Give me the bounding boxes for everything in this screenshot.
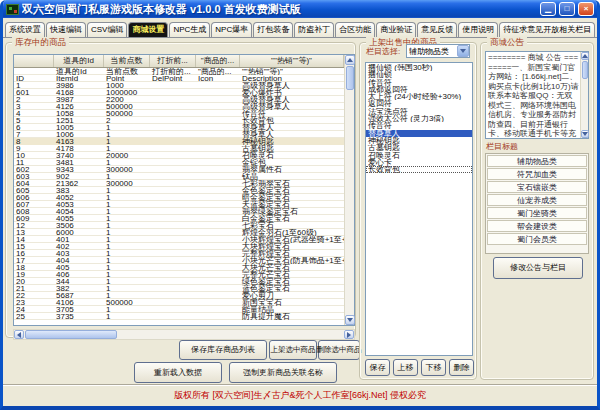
table-row[interactable]: 9 4178 1 古墓钥匙 xyxy=(14,145,344,152)
move-up-button[interactable]: 上移 xyxy=(393,359,418,376)
shop-list-item[interactable]: 神秘钥匙 xyxy=(366,137,472,144)
table-row[interactable]: 605 383 1 金色鉴定宝石 xyxy=(14,187,344,194)
table-row[interactable]: 15 402 1 大块辉煌宝石 xyxy=(14,243,344,250)
horizontal-scrollbar[interactable] xyxy=(13,329,355,340)
scrollbar-thumb[interactable] xyxy=(582,61,588,79)
table-row[interactable]: 3 4126 500000 高级替身草人 xyxy=(14,103,344,110)
shop-list-item[interactable]: 传音符 xyxy=(366,79,472,86)
force-update-names-button[interactable]: 强制更新商品关联名称 xyxy=(229,362,337,383)
table-row[interactable]: 19 406 1 完整光芒宝石 xyxy=(14,271,344,278)
table-row[interactable]: 601 4168 1000000 爱心爆炸书 xyxy=(14,89,344,96)
shop-list-item[interactable]: 替身草人 xyxy=(366,130,472,137)
delete-selected-button[interactable]: 删除选中商品 xyxy=(318,340,360,360)
table-row[interactable]: 6 1005 1 替身草人 xyxy=(14,124,344,131)
table-row[interactable]: 18 405 1 大块光芒宝石 xyxy=(14,264,344,271)
grid-header[interactable]: 道具的Id 当前点数 打折前... "商品的... ""热销""等)" xyxy=(14,55,344,68)
app-icon[interactable] xyxy=(6,4,19,15)
scroll-up-icon[interactable] xyxy=(581,52,589,60)
category-item[interactable]: 蜀门坐骑类 xyxy=(487,207,587,219)
inventory-grid[interactable]: 道具的Id 当前点数 打折前... "商品的... ""热销""等)" 道具的I… xyxy=(13,54,355,326)
table-row[interactable]: 24 3705 1 能量结晶 xyxy=(14,306,344,313)
table-row[interactable]: 12 3506 1 七彩宝石 xyxy=(14,222,344,229)
table-row[interactable]: 5 1251 2 长效背包 xyxy=(14,117,344,124)
table-row[interactable]: 4 1058 500000 传音符 xyxy=(14,110,344,117)
scroll-down-icon[interactable] xyxy=(581,130,589,138)
minimize-icon[interactable]: ▁ xyxy=(540,2,556,16)
shop-list-item[interactable]: 法宝洗点符 xyxy=(366,108,472,115)
modify-announcement-button[interactable]: 修改公告与栏目 xyxy=(493,257,583,279)
shop-list-item[interactable]: 长效背包 xyxy=(366,166,472,173)
tab-item[interactable]: NPC生成 xyxy=(169,22,210,37)
category-item[interactable]: 宝石镶嵌类 xyxy=(487,181,587,193)
tab-item[interactable]: 待征求意见开放相关栏目 xyxy=(499,22,595,37)
table-row[interactable]: 22 5687 1 爱心剪刀 xyxy=(14,292,344,299)
table-row[interactable]: 2 3987 2200 高级替身草人 xyxy=(14,96,344,103)
shop-save-button[interactable]: 保存 xyxy=(365,359,390,376)
grid-header-cell[interactable] xyxy=(14,55,54,67)
shop-delete-button[interactable]: 删除 xyxy=(449,359,474,376)
table-row[interactable]: 道具的Id 当前点数 打折前的... "商品的... ""热销""等)" xyxy=(14,68,344,75)
table-row[interactable]: 25 3735 1 防具提升魔石 xyxy=(14,313,344,320)
shop-list-item[interactable]: 爱心卡 xyxy=(366,159,472,166)
category-item[interactable]: 符咒加血类 xyxy=(487,168,587,180)
category-item[interactable]: 仙宠养成类 xyxy=(487,194,587,206)
shop-list-item[interactable]: 传音符 xyxy=(366,122,472,129)
grid-header-cell[interactable]: 当前点数 xyxy=(104,55,150,67)
title-bar[interactable]: 双六空间蜀门私服游戏版本修改器 v1.0.0 首发收费测试版 ▁ □ × xyxy=(3,0,597,18)
vertical-scrollbar[interactable] xyxy=(344,55,354,325)
table-row[interactable]: 16 403 1 完整辉煌宝石 xyxy=(14,250,344,257)
announcement-text[interactable]: ======== 商城 公告 ========一、新国宝蜀门官方网站： [1.6… xyxy=(486,52,580,138)
tab-item[interactable]: 商城设置 xyxy=(128,22,168,37)
tab-item[interactable]: 快速编辑 xyxy=(46,22,86,37)
grid-header-cell[interactable]: "商品的... xyxy=(196,55,240,67)
close-icon[interactable]: × xyxy=(578,2,594,16)
tab-item[interactable]: 使用说明 xyxy=(458,22,498,37)
shop-list-item[interactable]: 捆仙锁 (韩国30秒) xyxy=(366,64,472,71)
reload-data-button[interactable]: 重新载入数据 xyxy=(134,362,222,383)
shop-list-item[interactable]: 太上符 (24小时经验+30%) xyxy=(366,93,472,100)
tab-item[interactable]: NPC爆率 xyxy=(211,22,252,37)
category-list[interactable]: 辅助物品类 符咒加血类 宝石镶嵌类 仙宠养成类 蜀门坐骑类 帮会建设类 蜀门会员… xyxy=(485,153,589,254)
announcement-scrollbar[interactable] xyxy=(580,52,588,138)
table-row[interactable]: ID ItemId Point DelPoint Icon Descriptio… xyxy=(14,75,344,82)
table-row[interactable]: 10 3740 20000 召唤灵石 xyxy=(14,152,344,159)
table-row[interactable]: 23 4106 500000 新国宝宝石 xyxy=(14,299,344,306)
tab-item[interactable]: 防盗补丁 xyxy=(294,22,334,37)
scroll-left-icon[interactable] xyxy=(14,330,24,339)
table-row[interactable]: 20 344 1 绿色鉴定宝石 xyxy=(14,278,344,285)
shop-list-item[interactable]: 强效太公符 (灵力3倍) xyxy=(366,115,472,122)
category-item[interactable]: 辅助物品类 xyxy=(487,155,587,167)
shelve-selected-button[interactable]: 上架选中商品 xyxy=(269,340,317,360)
table-row[interactable]: 607 4053 1 天蓝鉴定宝石 xyxy=(14,201,344,208)
tab-item[interactable]: 合区功能 xyxy=(335,22,375,37)
table-row[interactable]: 603 902 1 钛晶 xyxy=(14,173,344,180)
shop-list-item[interactable]: 古墓钥匙 xyxy=(366,144,472,151)
table-row[interactable]: 13 6000 1 辉煌金羽石(1至60级) xyxy=(14,229,344,236)
grid-header-cell[interactable]: 打折前... xyxy=(150,55,196,67)
shop-list-item[interactable]: 成都返回符 xyxy=(366,86,472,93)
table-row[interactable]: 21 382 1 蓝色鉴定宝石 xyxy=(14,285,344,292)
tab-item[interactable]: 系统设置 xyxy=(5,22,45,37)
tab-item[interactable]: CSV编辑 xyxy=(87,22,127,37)
table-row[interactable]: 604 21362 300000 七彩翡翠宝石 xyxy=(14,180,344,187)
category-dropdown[interactable]: 辅助物品类 xyxy=(406,44,470,58)
move-down-button[interactable]: 下移 xyxy=(421,359,446,376)
grid-header-cell[interactable]: ""热销""等)" xyxy=(240,55,344,67)
table-row[interactable]: 14 401 1 小块辉煌宝石(武器坐骑+1至+3) xyxy=(14,236,344,243)
shop-list-item[interactable]: 捆仙锁 xyxy=(366,71,472,78)
table-row[interactable]: 7 1006 1 替身草人 xyxy=(14,131,344,138)
maximize-icon[interactable]: □ xyxy=(559,2,575,16)
scrollbar-thumb[interactable] xyxy=(25,330,117,339)
tab-item[interactable]: 意见反馈 xyxy=(417,22,457,37)
scroll-down-icon[interactable] xyxy=(345,315,355,325)
table-row[interactable]: 606 4052 1 暗金鉴定宝石 xyxy=(14,194,344,201)
table-row[interactable]: 8 4163 1 神秘钥匙 xyxy=(14,138,344,145)
category-item[interactable]: 帮会建设类 xyxy=(487,220,587,232)
chevron-down-icon[interactable] xyxy=(457,45,469,57)
table-row[interactable]: 609 4055 1 白金鉴定宝石 xyxy=(14,215,344,222)
category-item[interactable]: 蜀门会员类 xyxy=(487,233,587,245)
tab-item[interactable]: 商业验证 xyxy=(376,22,416,37)
shop-list-item[interactable]: 返回符 xyxy=(366,100,472,107)
shop-list-item[interactable]: 召唤灵石 xyxy=(366,152,472,159)
scrollbar-thumb[interactable] xyxy=(346,66,354,90)
